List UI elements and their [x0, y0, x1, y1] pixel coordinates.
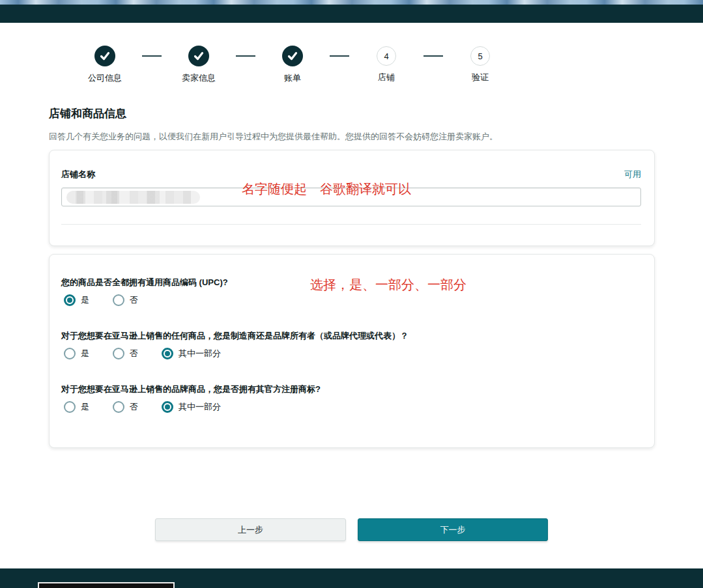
radio-icon — [64, 348, 76, 359]
step-label: 账单 — [284, 72, 301, 84]
radio-group-trademark: 是 否 其中一部分 — [61, 401, 640, 413]
step-billing: 账单 — [265, 46, 321, 84]
radio-option-yes[interactable]: 是 — [64, 348, 89, 359]
bottom-bar — [0, 568, 703, 588]
question-text: 对于您想要在亚马逊上销售的任何商品，您是制造商还是品牌所有者（或品牌代理或代表）… — [61, 330, 640, 342]
question-trademark: 对于您想要在亚马逊上销售的品牌商品，您是否拥有其官方注册商标? 是 否 其中一部… — [61, 384, 640, 413]
radio-icon — [113, 294, 124, 306]
radio-group-upc: 是 否 — [61, 294, 640, 306]
radio-label: 否 — [130, 401, 138, 413]
page-title: 店铺和商品信息 — [49, 106, 126, 121]
radio-option-some[interactable]: 其中一部分 — [162, 401, 221, 413]
taskbar-peek-box — [38, 582, 175, 588]
step-connector-line — [142, 55, 162, 57]
radio-icon — [113, 401, 124, 413]
radio-label: 是 — [81, 294, 89, 306]
radio-label: 否 — [130, 294, 138, 306]
radio-group-manufacturer: 是 否 其中一部分 — [61, 348, 640, 359]
radio-icon — [162, 401, 173, 413]
radio-label: 其中一部分 — [179, 401, 221, 413]
card-divider — [61, 224, 641, 225]
top-navigation-bar — [0, 5, 703, 23]
step-verification: 5 验证 — [452, 46, 508, 83]
store-name-annotation: 名字随便起 谷歌翻译就可以 — [242, 180, 411, 198]
step-label: 店铺 — [378, 72, 395, 83]
step-company-info: 公司信息 — [77, 46, 133, 84]
step-label: 验证 — [472, 72, 489, 83]
radio-option-some[interactable]: 其中一部分 — [162, 348, 221, 359]
step-connector-line — [423, 55, 443, 57]
radio-label: 是 — [81, 348, 89, 359]
radio-label: 其中一部分 — [179, 348, 221, 359]
step-complete-check-icon — [282, 46, 303, 66]
page-subtitle: 回答几个有关您业务的问题，以便我们在新用户引导过程中为您提供最佳帮助。您提供的回… — [49, 131, 655, 143]
step-number-circle: 5 — [470, 46, 490, 66]
step-connector-line — [330, 55, 349, 57]
browser-edge-blur — [0, 0, 703, 5]
radio-icon — [113, 348, 124, 359]
registration-stepper: 公司信息 卖家信息 账单 4 店铺 5 验证 — [77, 46, 508, 84]
step-label: 卖家信息 — [182, 72, 216, 84]
seller-registration-page: 公司信息 卖家信息 账单 4 店铺 5 验证 — [0, 0, 703, 588]
product-questions-card: 选择，是、一部分、一部分 您的商品是否全都拥有通用商品编码 (UPC)? 是 否… — [49, 254, 655, 448]
step-number: 5 — [478, 51, 482, 61]
step-store: 4 店铺 — [358, 46, 414, 83]
radio-option-yes[interactable]: 是 — [64, 294, 89, 306]
next-step-button[interactable]: 下一步 — [358, 518, 548, 541]
question-text: 对于您想要在亚马逊上销售的品牌商品，您是否拥有其官方注册商标? — [61, 384, 640, 395]
availability-status: 可用 — [624, 169, 641, 180]
store-name-card: 店铺名称 可用 名字随便起 谷歌翻译就可以 — [49, 150, 655, 246]
question-manufacturer: 对于您想要在亚马逊上销售的任何商品，您是制造商还是品牌所有者（或品牌代理或代表）… — [61, 330, 640, 359]
radio-icon — [64, 294, 76, 306]
step-complete-check-icon — [188, 46, 209, 66]
radio-option-yes[interactable]: 是 — [64, 401, 89, 413]
radio-option-no[interactable]: 否 — [113, 348, 138, 359]
step-connector-line — [236, 55, 255, 57]
store-name-label: 店铺名称 — [61, 169, 95, 180]
radio-label: 否 — [130, 348, 138, 359]
step-number-circle: 4 — [377, 46, 396, 66]
radio-icon — [162, 348, 173, 359]
step-complete-check-icon — [94, 46, 115, 66]
step-label: 公司信息 — [88, 72, 122, 84]
redacted-store-name-value — [66, 191, 200, 204]
questions-annotation: 选择，是、一部分、一部分 — [310, 276, 466, 294]
step-number: 4 — [384, 51, 388, 61]
radio-option-no[interactable]: 否 — [113, 294, 138, 306]
store-name-header-row: 店铺名称 可用 — [61, 169, 641, 180]
radio-label: 是 — [81, 401, 89, 413]
step-seller-info: 卖家信息 — [171, 46, 227, 84]
radio-icon — [64, 401, 76, 413]
radio-option-no[interactable]: 否 — [113, 401, 138, 413]
previous-step-button[interactable]: 上一步 — [155, 518, 346, 541]
